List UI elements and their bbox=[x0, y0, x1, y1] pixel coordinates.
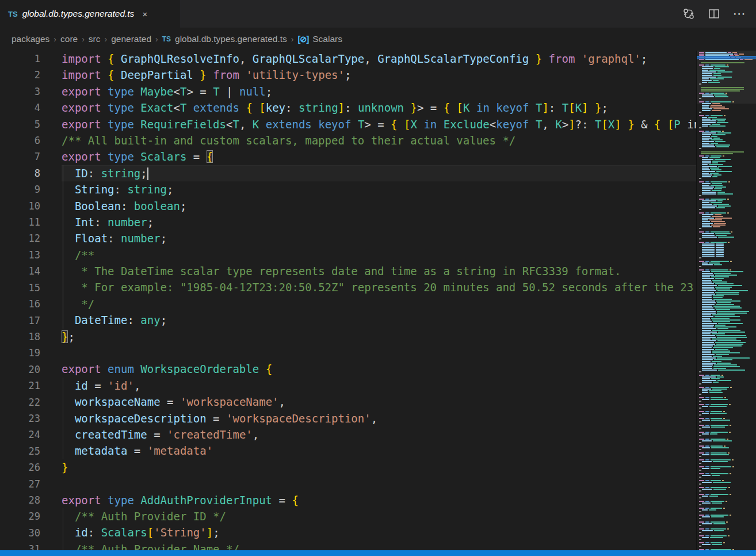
line-number: 30 bbox=[0, 525, 40, 541]
line-number: 20 bbox=[0, 361, 40, 378]
line-number: 17 bbox=[0, 313, 40, 329]
code-line[interactable]: export type AddAuthProviderInput = { bbox=[62, 492, 696, 508]
line-number: 7 bbox=[0, 148, 40, 165]
tab-label: global.db.types.generated.ts bbox=[22, 9, 135, 19]
code-editor[interactable]: 1234567891011121314151617181920212223242… bbox=[0, 51, 756, 550]
code-line[interactable]: workspaceName = 'workspaceName', bbox=[62, 394, 696, 410]
editor-actions: ⋯ bbox=[680, 0, 756, 28]
typescript-file-icon: TS bbox=[8, 10, 18, 18]
breadcrumb-separator: › bbox=[291, 35, 294, 44]
text-cursor bbox=[147, 167, 148, 180]
minimap-content bbox=[699, 52, 755, 550]
code-line[interactable]: metadata = 'metadata' bbox=[62, 443, 696, 459]
breadcrumb-item-generated[interactable]: generated bbox=[111, 34, 151, 44]
line-number: 6 bbox=[0, 132, 40, 148]
line-number: 4 bbox=[0, 100, 40, 116]
code-line[interactable]: id = 'id', bbox=[62, 378, 696, 394]
code-line[interactable]: * The DateTime scalar type represents da… bbox=[62, 263, 696, 279]
tab-global-db-types-generated[interactable]: TS global.db.types.generated.ts × bbox=[0, 0, 180, 28]
typescript-file-icon: TS bbox=[162, 35, 171, 43]
line-number: 12 bbox=[0, 230, 40, 246]
type-symbol-icon: [⊘] bbox=[297, 35, 308, 44]
breadcrumb-separator: › bbox=[105, 35, 108, 44]
line-number: 21 bbox=[0, 378, 40, 394]
compare-changes-icon[interactable] bbox=[680, 5, 697, 22]
line-number: 25 bbox=[0, 443, 40, 459]
code-line[interactable]: String: string; bbox=[62, 181, 696, 197]
line-number: 27 bbox=[0, 476, 40, 492]
code-line[interactable]: export type RequireFields<T, K extends k… bbox=[62, 116, 696, 132]
line-number: 24 bbox=[0, 426, 40, 443]
line-number: 2 bbox=[0, 67, 40, 83]
breadcrumb: packages›core›src›generated›TSglobal.db.… bbox=[0, 28, 756, 51]
line-number: 1 bbox=[0, 51, 40, 67]
code-line[interactable]: } bbox=[62, 459, 696, 475]
code-line[interactable]: /** Auth Provider ID */ bbox=[62, 508, 696, 524]
code-line[interactable]: workspaceDescription = 'workspaceDescrip… bbox=[62, 410, 696, 426]
line-number: 31 bbox=[0, 541, 40, 550]
breadcrumb-separator: › bbox=[54, 35, 56, 44]
code-lines[interactable]: import { GraphQLResolveInfo, GraphQLScal… bbox=[62, 51, 696, 550]
split-editor-icon[interactable] bbox=[705, 5, 723, 22]
code-line[interactable]: * For example: "1985-04-12T23:20:50.52Z"… bbox=[62, 279, 696, 295]
code-line[interactable] bbox=[62, 475, 696, 492]
line-number: 19 bbox=[0, 345, 40, 361]
breadcrumb-separator: › bbox=[155, 35, 158, 44]
line-number: 29 bbox=[0, 508, 40, 524]
code-line[interactable]: /** Auth Provider Name */ bbox=[62, 541, 696, 550]
code-line[interactable]: createdTime = 'createdTime', bbox=[62, 426, 696, 443]
code-line[interactable] bbox=[62, 345, 696, 361]
code-line[interactable]: */ bbox=[62, 296, 696, 312]
close-icon[interactable]: × bbox=[142, 9, 147, 19]
code-line[interactable]: Int: number; bbox=[62, 214, 696, 230]
tab-bar: TS global.db.types.generated.ts × ⋯ bbox=[0, 0, 756, 28]
line-number: 22 bbox=[0, 394, 40, 410]
line-number: 9 bbox=[0, 181, 40, 197]
line-number: 15 bbox=[0, 280, 40, 296]
line-number: 26 bbox=[0, 459, 40, 475]
code-line[interactable]: Float: number; bbox=[62, 230, 696, 246]
breadcrumb-item-symbol[interactable]: Scalars bbox=[312, 34, 342, 44]
line-number: 3 bbox=[0, 83, 40, 100]
code-line[interactable]: export type Exact<T extends { [key: stri… bbox=[62, 100, 696, 116]
more-actions-icon[interactable]: ⋯ bbox=[731, 5, 748, 22]
code-line[interactable]: import { GraphQLResolveInfo, GraphQLScal… bbox=[62, 51, 696, 67]
code-line[interactable]: Boolean: boolean; bbox=[62, 198, 696, 214]
breadcrumb-item-core[interactable]: core bbox=[60, 34, 78, 44]
line-number: 28 bbox=[0, 492, 40, 508]
breadcrumb-item-file[interactable]: global.db.types.generated.ts bbox=[175, 34, 287, 44]
status-bar bbox=[0, 550, 756, 556]
breadcrumb-separator: › bbox=[82, 35, 85, 44]
code-line[interactable]: id: Scalars['String']; bbox=[62, 524, 696, 540]
code-line[interactable]: }; bbox=[62, 329, 696, 345]
line-number: 10 bbox=[0, 198, 40, 214]
line-number: 14 bbox=[0, 263, 40, 279]
code-line[interactable]: /** All built-in and custom scalars, map… bbox=[62, 132, 696, 148]
breadcrumb-item-src[interactable]: src bbox=[89, 34, 101, 44]
code-line[interactable]: DateTime: any; bbox=[62, 312, 696, 328]
line-number: 16 bbox=[0, 296, 40, 312]
minimap[interactable] bbox=[696, 51, 756, 550]
line-number: 23 bbox=[0, 410, 40, 426]
code-line[interactable]: ID: string; bbox=[62, 165, 696, 181]
minimap-cursor-line-highlight bbox=[697, 56, 756, 59]
line-number: 13 bbox=[0, 247, 40, 263]
line-number: 5 bbox=[0, 116, 40, 132]
code-line[interactable]: export type Scalars = { bbox=[62, 148, 696, 165]
code-line[interactable]: import { DeepPartial } from 'utility-typ… bbox=[62, 67, 696, 83]
line-number: 8 bbox=[0, 165, 40, 181]
line-number: 18 bbox=[0, 329, 40, 345]
line-number-gutter: 1234567891011121314151617181920212223242… bbox=[0, 51, 62, 550]
breadcrumb-item-packages[interactable]: packages bbox=[12, 34, 49, 44]
line-number: 11 bbox=[0, 214, 40, 230]
code-line[interactable]: export type Maybe<T> = T | null; bbox=[62, 83, 696, 100]
code-line[interactable]: /** bbox=[62, 247, 696, 263]
code-line[interactable]: export enum WorkspaceOrderable { bbox=[62, 361, 696, 377]
